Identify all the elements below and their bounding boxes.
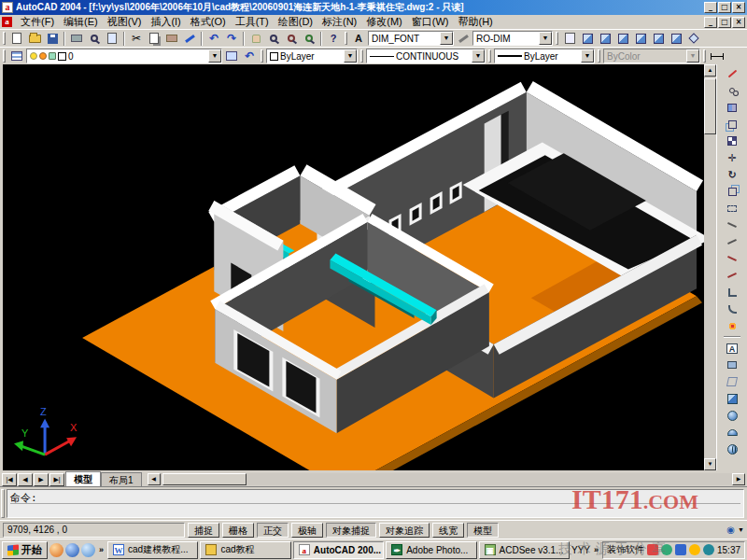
- toolbar-grip[interactable]: [3, 32, 6, 45]
- toolbar-grip[interactable]: [598, 49, 600, 63]
- chevron-down-icon[interactable]: ▼: [344, 49, 357, 63]
- linetype-combo[interactable]: CONTINUOUS ▼: [366, 49, 486, 63]
- restore-button[interactable]: □: [718, 2, 731, 13]
- break-at-point-button[interactable]: [723, 250, 741, 267]
- move-button[interactable]: ✛: [723, 149, 741, 166]
- menu-modify[interactable]: 修改(M): [361, 14, 407, 30]
- rotate-button[interactable]: ↻: [723, 166, 741, 183]
- zoom-previous-button[interactable]: [301, 31, 317, 47]
- fillet-button[interactable]: [723, 301, 741, 317]
- tab-prev-button[interactable]: ◀: [18, 473, 33, 486]
- menu-dimension[interactable]: 标注(N): [317, 14, 361, 30]
- named-views-button[interactable]: [561, 31, 578, 47]
- menu-window[interactable]: 窗口(W): [407, 14, 454, 30]
- tray-icon-1[interactable]: [647, 544, 658, 555]
- communication-center-icon[interactable]: ◉: [726, 525, 735, 535]
- status-toggle-grid[interactable]: 栅格: [222, 523, 254, 538]
- vertical-scroll-thumb[interactable]: [704, 78, 716, 134]
- menu-draw[interactable]: 绘图(D): [274, 14, 317, 30]
- dim-style-combo[interactable]: RO-DIM ▼: [472, 31, 553, 46]
- bottom-view-button[interactable]: [597, 31, 613, 47]
- menu-insert[interactable]: 插入(I): [146, 14, 185, 30]
- chevron-down-icon[interactable]: ▼: [581, 49, 594, 63]
- tab-next-button[interactable]: ▶: [34, 473, 49, 486]
- tray-icon-5[interactable]: [703, 544, 714, 555]
- drawing-viewport[interactable]: Z X Y: [3, 64, 704, 470]
- tab-model[interactable]: 模型: [65, 471, 101, 486]
- offset-button[interactable]: [723, 116, 741, 133]
- text-style-combo[interactable]: DIM_FONT ▼: [368, 31, 454, 46]
- solid-globe-button[interactable]: [723, 441, 741, 457]
- menu-edit[interactable]: 编辑(E): [59, 14, 103, 30]
- status-toggle-snap[interactable]: 捕捉: [188, 523, 219, 538]
- mirror-button[interactable]: [723, 99, 741, 116]
- close-button[interactable]: ×: [732, 2, 745, 13]
- zoom-window-button[interactable]: [283, 31, 300, 47]
- tray-toolbar-label[interactable]: 装饰软件: [607, 543, 644, 556]
- solid-box-button[interactable]: [723, 390, 741, 407]
- status-menu-arrow-icon[interactable]: ▼: [738, 526, 744, 533]
- new-button[interactable]: [8, 31, 25, 47]
- chevron-down-icon[interactable]: ▼: [472, 49, 485, 63]
- help-button[interactable]: ?: [325, 31, 342, 47]
- undo-button[interactable]: ↶: [205, 31, 222, 47]
- zoom-realtime-button[interactable]: [265, 31, 282, 47]
- plot-button[interactable]: [68, 31, 85, 47]
- break-button[interactable]: [723, 267, 741, 284]
- toolbar-grip[interactable]: [345, 32, 347, 45]
- command-window-grip[interactable]: [1, 489, 5, 518]
- chevron-down-icon[interactable]: ▼: [440, 32, 453, 45]
- open-button[interactable]: [26, 31, 43, 47]
- multiline-text-button[interactable]: A: [723, 340, 741, 357]
- menu-tools[interactable]: 工具(T): [231, 14, 274, 30]
- horizontal-scrollbar[interactable]: ◀ ▶: [148, 473, 745, 485]
- text-style-button[interactable]: A: [350, 31, 367, 47]
- scroll-right-icon[interactable]: ▶: [732, 473, 745, 485]
- tab-last-button[interactable]: ▶|: [49, 473, 64, 486]
- layer-combo[interactable]: 0 ▼: [26, 49, 222, 63]
- solid-dome-button[interactable]: [723, 424, 741, 441]
- status-toggle-model[interactable]: 模型: [467, 523, 499, 538]
- trim-button[interactable]: [723, 217, 741, 233]
- toolbar-grip[interactable]: [488, 49, 491, 63]
- horizontal-scroll-thumb[interactable]: [162, 473, 247, 485]
- tray-icon-3[interactable]: [675, 544, 686, 555]
- command-input[interactable]: 命令:: [7, 489, 744, 518]
- toolbar-overflow-chevron[interactable]: »: [592, 545, 600, 554]
- dim-style-button[interactable]: [455, 31, 472, 47]
- quicklaunch-media-icon[interactable]: [65, 543, 79, 557]
- taskbar-window-photoshop[interactable]: ✒ Adobe Photo...: [386, 541, 476, 559]
- top-view-button[interactable]: [579, 31, 596, 47]
- scroll-up-icon[interactable]: ▲: [704, 64, 716, 77]
- cut-button[interactable]: ✂: [128, 31, 145, 47]
- scroll-down-icon[interactable]: ▼: [704, 458, 716, 470]
- stretch-button[interactable]: [723, 200, 741, 217]
- menu-view[interactable]: 视图(V): [103, 14, 147, 30]
- chevron-down-icon[interactable]: ▼: [539, 32, 552, 45]
- tray-icon-2[interactable]: [661, 544, 672, 555]
- quicklaunch-messenger-icon[interactable]: [81, 543, 95, 557]
- copy-object-button[interactable]: [723, 82, 741, 99]
- status-toggle-ortho[interactable]: 正交: [257, 523, 289, 538]
- match-properties-button[interactable]: [181, 31, 198, 47]
- menu-help[interactable]: 帮助(H): [454, 14, 498, 30]
- tab-first-button[interactable]: |◀: [2, 473, 17, 486]
- status-toggle-otrack[interactable]: 对象追踪: [379, 523, 430, 538]
- left-view-button[interactable]: [614, 31, 631, 47]
- publish-button[interactable]: [104, 31, 120, 47]
- minimize-button[interactable]: _: [704, 2, 717, 13]
- save-button[interactable]: [44, 31, 61, 47]
- status-toggle-lineweight[interactable]: 线宽: [432, 523, 464, 538]
- extend-button[interactable]: [723, 233, 741, 250]
- layer-states-button[interactable]: [223, 49, 240, 64]
- lineweight-combo[interactable]: ByLayer ▼: [494, 49, 595, 63]
- quicklaunch-browser-icon[interactable]: [49, 543, 63, 557]
- front-view-button[interactable]: [650, 31, 667, 47]
- linear-dimension-button[interactable]: [709, 49, 726, 64]
- status-toggle-osnap[interactable]: 对象捕捉: [326, 523, 376, 538]
- sw-isometric-button[interactable]: [685, 31, 702, 47]
- scroll-left-icon[interactable]: ◀: [148, 473, 161, 485]
- pan-button[interactable]: [247, 31, 264, 47]
- copy-button[interactable]: [146, 31, 162, 47]
- tab-layout1[interactable]: 布局1: [101, 472, 142, 486]
